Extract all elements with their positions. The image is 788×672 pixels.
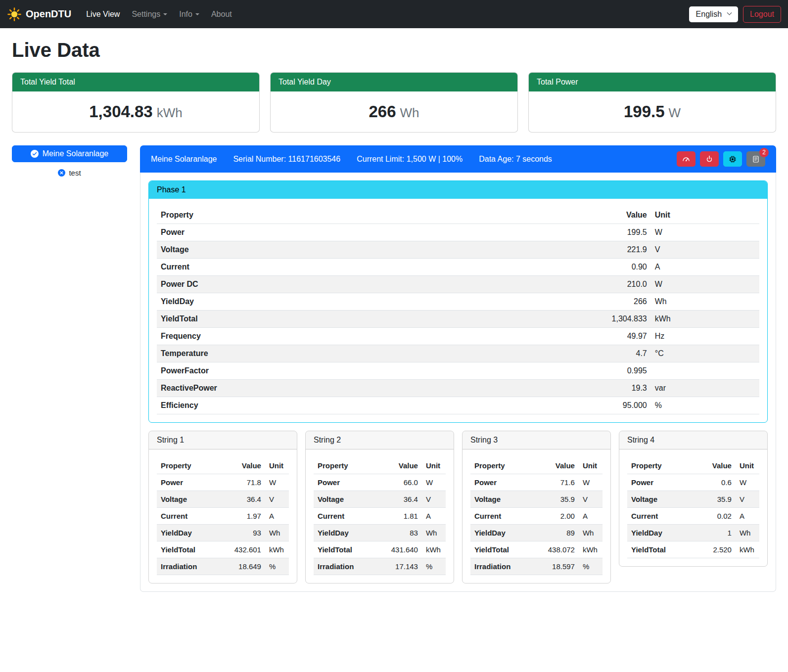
device-info-button[interactable] xyxy=(723,151,742,167)
table-row: YieldTotal 2.520 kWh xyxy=(627,541,759,558)
property-name: PowerFactor xyxy=(157,362,453,380)
table-header-row: Property Value Unit xyxy=(314,457,446,474)
nav-links: Live View Settings Info About xyxy=(81,6,237,23)
speedometer-icon xyxy=(682,155,690,163)
column-property: Property xyxy=(314,457,374,474)
string-card-title: String 1 xyxy=(149,431,297,449)
property-value: 83 xyxy=(374,525,422,541)
column-value: Value xyxy=(218,457,265,474)
table-row: Voltage 35.9 V xyxy=(627,491,759,508)
nav-item-about[interactable]: About xyxy=(206,6,237,23)
property-name: Current xyxy=(470,508,531,525)
property-value: 71.8 xyxy=(218,474,265,491)
inverter-panel: Meine Solaranlage Serial Number: 1161716… xyxy=(140,145,776,592)
summary-card: Total Yield Day 266Wh xyxy=(270,72,518,133)
property-name: Irradiation xyxy=(157,558,218,575)
property-name: YieldDay xyxy=(157,293,453,311)
cpu-icon xyxy=(729,155,737,163)
string-table: Property Value Unit Power xyxy=(627,457,759,558)
table-row: YieldTotal 438.072 kWh xyxy=(470,541,603,558)
property-name: Current xyxy=(157,259,453,276)
summary-card-body: 266Wh xyxy=(271,91,517,132)
property-unit: A xyxy=(651,259,759,276)
inverter-data-age: Data Age: 7 seconds xyxy=(479,155,552,164)
property-unit: A xyxy=(265,508,289,525)
brand[interactable]: OpenDTU xyxy=(7,7,71,22)
summary-card-body: 199.5W xyxy=(529,91,776,132)
limit-settings-button[interactable] xyxy=(677,151,695,167)
property-name: Power DC xyxy=(157,276,453,293)
property-name: YieldTotal xyxy=(314,541,374,558)
property-value: 35.9 xyxy=(531,491,579,508)
property-value: 66.0 xyxy=(374,474,422,491)
table-row: Voltage 36.4 V xyxy=(314,491,446,508)
property-value: 95.000 xyxy=(453,397,651,414)
property-unit: W xyxy=(579,474,603,491)
property-name: YieldDay xyxy=(470,525,531,541)
table-row: Current 0.02 A xyxy=(627,508,759,525)
table-row: Current 0.90 A xyxy=(157,259,759,276)
table-row: ReactivePower 19.3 var xyxy=(157,380,759,397)
language-select[interactable]: English xyxy=(689,6,738,22)
property-unit: kWh xyxy=(736,541,759,558)
property-name: ReactivePower xyxy=(157,380,453,397)
string-table-body: Power 0.6 W Voltage 35.9 V xyxy=(627,474,759,558)
property-unit: W xyxy=(736,474,759,491)
column-value: Value xyxy=(374,457,422,474)
string-card-3: String 3 Property Value Unit xyxy=(462,431,611,583)
table-row: YieldDay 83 Wh xyxy=(314,525,446,541)
table-row: Frequency 49.97 Hz xyxy=(157,328,759,345)
nav-item-live-view[interactable]: Live View xyxy=(81,6,125,23)
property-unit: Wh xyxy=(422,525,446,541)
inverter-selector-selected[interactable]: Meine Solaranlage xyxy=(12,145,127,162)
property-unit: A xyxy=(579,508,603,525)
power-button[interactable] xyxy=(700,151,719,167)
table-row: Power 71.8 W xyxy=(157,474,289,491)
table-row: Current 1.81 A xyxy=(314,508,446,525)
string-card-title: String 3 xyxy=(463,431,610,449)
table-row: YieldTotal 432.601 kWh xyxy=(157,541,289,558)
table-row: Irradiation 18.649 % xyxy=(157,558,289,575)
power-icon xyxy=(705,155,713,163)
table-row: YieldDay 1 Wh xyxy=(627,525,759,541)
property-name: Voltage xyxy=(157,241,453,259)
table-row: Current 1.97 A xyxy=(157,508,289,525)
table-header-row: Property Value Unit xyxy=(470,457,603,474)
nav-item-info[interactable]: Info xyxy=(174,6,204,23)
property-unit: A xyxy=(422,508,446,525)
property-unit: °C xyxy=(651,345,759,362)
string-table: Property Value Unit Power xyxy=(470,457,603,575)
table-row: Power 199.5 W xyxy=(157,224,759,241)
event-log-button[interactable]: 2 xyxy=(746,151,765,167)
property-value: 1.81 xyxy=(374,508,422,525)
property-unit xyxy=(651,362,759,380)
nav-item-label: Live View xyxy=(86,10,120,19)
property-unit: V xyxy=(265,491,289,508)
string-table-body: Power 66.0 W Voltage 36.4 V xyxy=(314,474,446,575)
event-count-badge: 2 xyxy=(759,148,769,157)
property-unit: kWh xyxy=(651,311,759,328)
column-unit: Unit xyxy=(422,457,446,474)
inverter-panel-header: Meine Solaranlage Serial Number: 1161716… xyxy=(140,145,776,173)
property-name: Power xyxy=(627,474,693,491)
property-value: 0.02 xyxy=(693,508,736,525)
nav-item-settings[interactable]: Settings xyxy=(127,6,172,23)
table-row: Power 66.0 W xyxy=(314,474,446,491)
string-table: Property Value Unit Power xyxy=(157,457,289,575)
property-value: 1.97 xyxy=(218,508,265,525)
string-card-body: Property Value Unit Power xyxy=(463,449,610,583)
summary-value: 199.5 xyxy=(624,102,665,121)
column-unit: Unit xyxy=(265,457,289,474)
property-name: Voltage xyxy=(157,491,218,508)
property-unit: % xyxy=(651,397,759,414)
inverter-selector-test[interactable]: test xyxy=(12,169,127,177)
string-card-1: String 1 Property Value Unit xyxy=(148,431,297,583)
column-value: Value xyxy=(693,457,736,474)
table-row: YieldDay 93 Wh xyxy=(157,525,289,541)
property-unit: A xyxy=(736,508,759,525)
chevron-down-icon xyxy=(727,10,732,15)
property-value: 18.597 xyxy=(531,558,579,575)
column-property: Property xyxy=(627,457,693,474)
logout-button[interactable]: Logout xyxy=(743,6,781,23)
chevron-down-icon xyxy=(163,13,167,15)
